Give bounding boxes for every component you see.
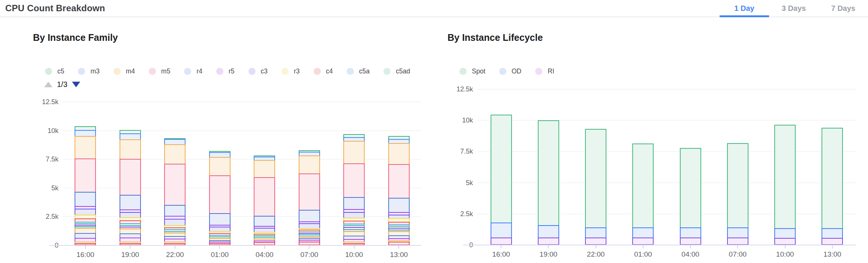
segment-Spot-16:00[interactable] <box>491 115 512 223</box>
segment-m5-07:00[interactable] <box>299 173 320 211</box>
segment-RI-10:00[interactable] <box>774 238 796 245</box>
legend-item-OD[interactable]: OD <box>499 67 521 75</box>
segment-RI-13:00[interactable] <box>822 238 843 245</box>
segment-m4-07:00[interactable] <box>299 155 320 175</box>
segment-m4-22:00[interactable] <box>164 144 186 164</box>
legend-item-c4[interactable]: c4 <box>314 67 333 75</box>
x-tick-22:00: 22:00 <box>166 251 184 259</box>
legend-item-r3[interactable]: r3 <box>281 67 300 75</box>
segment-m5-22:00[interactable] <box>164 164 186 205</box>
x-axis-line <box>463 245 856 245</box>
legend-item-r4[interactable]: r4 <box>184 67 202 75</box>
segment-OD-01:00[interactable] <box>632 227 654 238</box>
segment-Spot-10:00[interactable] <box>774 125 796 229</box>
legend-dot-m5 <box>149 68 156 75</box>
x-tick-19:00: 19:00 <box>121 251 139 259</box>
x-tick-10:00: 10:00 <box>776 250 794 259</box>
segment-OD-22:00[interactable] <box>585 227 606 238</box>
segment-r4-16:00[interactable] <box>75 192 96 207</box>
legend-item-c5ad[interactable]: c5ad <box>383 67 410 75</box>
segment-r4-13:00[interactable] <box>388 198 410 213</box>
segment-m5-16:00[interactable] <box>75 158 96 192</box>
instance-lifecycle-chart: 12.5k10k7.5k5k2.5k0 16:0019:0022:0001:00… <box>447 89 868 262</box>
legend-item-m3[interactable]: m3 <box>78 67 99 75</box>
chart-title-instance-lifecycle: By Instance Lifecycle <box>447 32 868 43</box>
segment-m4-16:00[interactable] <box>75 136 96 159</box>
legend-label: OD <box>512 67 521 75</box>
bar-04:00 <box>680 89 701 245</box>
segment-r4-01:00[interactable] <box>209 213 230 226</box>
legend-pager: 1/3 <box>44 79 430 89</box>
legend-item-m5[interactable]: m5 <box>149 67 170 75</box>
bar-13:00 <box>388 102 410 245</box>
segment-OD-19:00[interactable] <box>538 225 559 238</box>
y-axis-labels: 12.5k10k7.5k5k2.5k0 <box>447 89 477 245</box>
segment-RI-19:00[interactable] <box>538 238 559 245</box>
segment-Spot-22:00[interactable] <box>585 129 606 228</box>
segment-m5-19:00[interactable] <box>120 159 141 196</box>
segment-OD-04:00[interactable] <box>680 227 701 238</box>
legend-item-m4[interactable]: m4 <box>114 67 135 75</box>
segment-OD-07:00[interactable] <box>727 227 748 238</box>
segment-r4-07:00[interactable] <box>299 210 320 222</box>
segment-OD-16:00[interactable] <box>491 223 512 238</box>
bar-07:00 <box>299 102 320 245</box>
legend-page-up-icon[interactable] <box>44 82 52 87</box>
legend-dot-c4 <box>314 68 321 75</box>
segment-RI-16:00[interactable] <box>491 238 512 245</box>
bar-22:00 <box>164 102 186 245</box>
y-tick-12.5k: 12.5k <box>42 98 58 106</box>
legend-label: c4 <box>326 67 333 75</box>
legend-label: c5 <box>57 67 64 75</box>
segment-RI-07:00[interactable] <box>727 238 748 245</box>
segment-Spot-13:00[interactable] <box>822 128 843 229</box>
tab-3-days[interactable]: 3 Days <box>769 0 819 16</box>
legend-page-down-icon[interactable] <box>72 82 80 87</box>
segment-Spot-01:00[interactable] <box>632 143 654 229</box>
segment-m5-10:00[interactable] <box>343 163 365 198</box>
segment-m4-10:00[interactable] <box>343 141 365 164</box>
x-tick-13:00: 13:00 <box>390 251 408 259</box>
segment-r4-22:00[interactable] <box>164 205 186 217</box>
x-tick-04:00: 04:00 <box>681 250 699 259</box>
segment-Spot-04:00[interactable] <box>680 148 701 229</box>
segment-m5-04:00[interactable] <box>254 177 275 216</box>
segment-r4-10:00[interactable] <box>343 197 365 210</box>
segment-m4-01:00[interactable] <box>209 157 230 176</box>
bar-01:00 <box>632 89 654 245</box>
segment-RI-22:00[interactable] <box>585 238 606 245</box>
segment-Spot-07:00[interactable] <box>727 143 748 229</box>
segment-r4-04:00[interactable] <box>254 216 275 227</box>
legend-item-c5a[interactable]: c5a <box>347 67 370 75</box>
segment-OD-13:00[interactable] <box>822 228 843 239</box>
segment-RI-04:00[interactable] <box>680 238 701 245</box>
segment-r4-19:00[interactable] <box>120 195 141 210</box>
tab-7-days[interactable]: 7 Days <box>819 0 868 16</box>
bar-07:00 <box>727 89 748 245</box>
x-tick-16:00: 16:00 <box>76 251 94 259</box>
legend-item-RI[interactable]: RI <box>535 67 554 75</box>
gridline-12.5k <box>477 89 856 90</box>
legend-item-Spot[interactable]: Spot <box>459 67 485 75</box>
time-range-tabs: 1 Day 3 Days 7 Days <box>720 0 868 16</box>
x-tick-16:00: 16:00 <box>492 250 510 259</box>
segment-m4-19:00[interactable] <box>120 139 141 160</box>
legend-dot-c3 <box>248 68 256 75</box>
gridline-5k <box>63 188 421 188</box>
bar-16:00 <box>75 102 96 245</box>
legend-label: r5 <box>229 67 235 75</box>
tab-1-day[interactable]: 1 Day <box>720 0 769 16</box>
segment-OD-10:00[interactable] <box>774 228 796 239</box>
legend-item-c5[interactable]: c5 <box>45 67 64 75</box>
legend-item-r5[interactable]: r5 <box>216 67 235 75</box>
bar-04:00 <box>254 102 275 245</box>
legend-item-c3[interactable]: c3 <box>248 67 268 75</box>
segment-RI-01:00[interactable] <box>632 238 654 245</box>
segment-m5-13:00[interactable] <box>388 164 410 199</box>
segment-m4-13:00[interactable] <box>388 143 410 165</box>
segment-Spot-19:00[interactable] <box>538 120 559 226</box>
legend-label: r4 <box>196 67 202 75</box>
segment-m5-01:00[interactable] <box>209 175 230 214</box>
segment-m4-04:00[interactable] <box>254 160 275 178</box>
bar-22:00 <box>585 89 606 245</box>
